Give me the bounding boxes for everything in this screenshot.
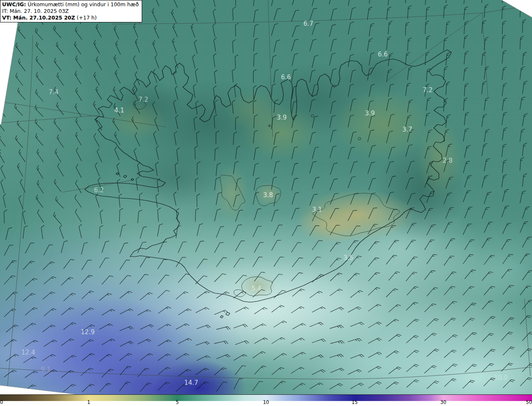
map-overlay: 6.76.66.67.27.47.24.13.93.93.72.86.23.83… [0,0,532,394]
precip-value-label: 3.9 [365,110,375,117]
colorbar-tick-label: 10 [263,400,269,405]
precip-value-label: 12.4 [21,349,35,356]
colorbar-tick-labels: 01510153050 [0,401,532,406]
precip-value-label: 3.8 [263,191,273,199]
product-label: UWC/IG: [2,1,26,7]
precip-value-label: 12.9 [81,328,94,336]
colorbar-tick-label: 5 [176,400,179,405]
colorbar-tick-label: 15 [352,400,358,405]
vestmannaeyjar-islands [220,312,230,318]
precip-value-label: 14.7 [184,379,198,386]
breidafjordur-islets [116,173,134,181]
precip-value-label: 4.1 [114,107,124,114]
glacier-outline [234,290,246,297]
valid-time-line: VT: Mán. 27.10.2025 20Z (+17 h) [2,15,139,21]
colorbar-tick-label: 50 [526,400,532,405]
valid-time: VT: Mán. 27.10.2025 20Z [2,15,75,21]
precip-value-label: 3.1 [312,206,322,213]
colorbar-tick-label: 0 [0,400,3,405]
valid-time-suffix: (+17 h) [75,15,97,21]
precip-value-label: 9.1 [41,366,51,373]
precip-value-label: 2.8 [443,157,453,164]
precip-value-label: 7.2 [138,96,148,103]
precip-value-label: 7.4 [49,88,59,96]
glacier-outline [220,175,245,210]
title-box: UWC/IG: Úrkomumætti (mm) og vindur i 100… [0,0,142,22]
glacier-outline [313,193,400,236]
precip-value-label: 6.6 [281,73,291,81]
weather-map-page: 6.76.66.67.27.47.24.13.93.93.72.86.23.83… [0,0,532,406]
product-title: Úrkomumætti (mm) og vindur i 100m hæð [26,1,139,7]
init-time-line: IT: Mán. 27. 10. 2025 03Z [2,8,139,15]
snow-symbol-icon: ✳ [267,123,271,129]
precip-value-label: 5.4 [251,285,261,292]
precip-value-label: 3.9 [277,114,287,121]
precip-value-label: 10.0 [494,374,507,382]
precip-value-label: 7.2 [423,86,433,94]
circle-marker-icon [358,137,361,140]
colorbar-tick-label: 1 [87,400,90,405]
precip-value-label: 3.5 [343,254,353,262]
colorbar-tick-label: 30 [440,400,446,405]
precip-value-label: 6.6 [378,51,388,58]
precip-value-label: 6.2 [94,186,104,194]
precip-value-label: 6.7 [303,20,313,27]
product-title-line: UWC/IG: Úrkomumætti (mm) og vindur i 100… [2,1,139,8]
coastline [85,50,451,318]
circle-marker-icon [311,115,314,117]
precip-value-label: 3.7 [402,126,412,133]
